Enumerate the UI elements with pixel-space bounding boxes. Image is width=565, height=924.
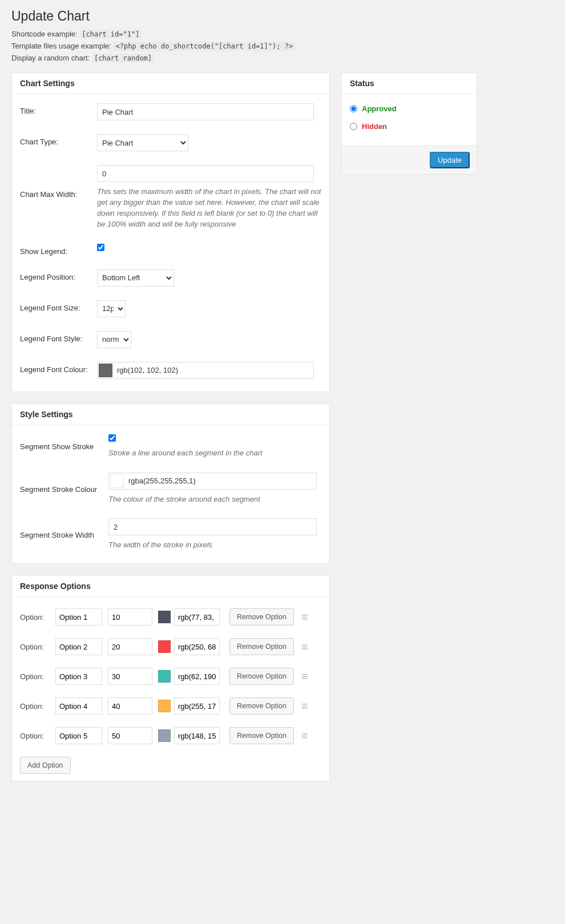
legend-fontcolour-swatch <box>99 364 112 377</box>
option-name-input[interactable] <box>55 697 102 715</box>
legend-position-label: Legend Position: <box>20 269 97 281</box>
segment-stroke-width-label: Segment Stroke Width <box>20 518 108 539</box>
style-settings-panel: Style Settings Segment Show Stroke Strok… <box>11 404 330 564</box>
option-colour-swatch <box>158 729 171 742</box>
segment-show-stroke-label: Segment Show Stroke <box>20 434 108 451</box>
segment-show-stroke-checkbox[interactable] <box>108 434 116 442</box>
option-row: Option:Remove Option≡ <box>20 668 321 685</box>
option-colour-swatch <box>158 700 171 712</box>
shortcode-hint-label: Shortcode example: <box>11 30 79 38</box>
legend-fontcolour-picker[interactable] <box>97 362 314 379</box>
legend-fontsize-select[interactable]: 12px <box>97 300 126 317</box>
drag-handle-icon[interactable]: ≡ <box>300 611 310 624</box>
show-legend-checkbox[interactable] <box>97 244 104 251</box>
remove-option-button[interactable]: Remove Option <box>229 727 294 744</box>
hint-lines: Shortcode example: [chart id="1"] Templa… <box>11 29 554 64</box>
option-value-input[interactable] <box>108 668 152 685</box>
chart-settings-heading: Chart Settings <box>12 73 329 94</box>
legend-fontstyle-label: Legend Font Style: <box>20 331 97 343</box>
option-value-input[interactable] <box>108 608 152 626</box>
option-colour-swatch <box>158 640 171 653</box>
remove-option-button[interactable]: Remove Option <box>229 668 294 685</box>
status-hidden-option[interactable]: Hidden <box>350 122 469 131</box>
option-name-input[interactable] <box>55 608 102 626</box>
status-approved-radio[interactable] <box>350 105 357 112</box>
response-options-panel: Response Options Option:Remove Option≡Op… <box>11 575 330 781</box>
segment-stroke-colour-swatch <box>110 474 124 488</box>
legend-position-select[interactable]: Bottom Left <box>97 269 174 287</box>
option-label: Option: <box>20 702 50 711</box>
option-value-input[interactable] <box>108 727 152 744</box>
legend-fontsize-label: Legend Font Size: <box>20 300 97 312</box>
title-input[interactable] <box>97 103 314 120</box>
template-hint-label: Template files usage example: <box>11 42 113 50</box>
option-row: Option:Remove Option≡ <box>20 697 321 715</box>
segment-show-stroke-help: Stroke a line around each segment in the… <box>108 448 321 459</box>
status-panel: Status Approved Hidden Update <box>341 72 477 175</box>
option-colour-input[interactable] <box>174 697 220 715</box>
segment-stroke-width-input[interactable] <box>108 518 317 535</box>
chart-settings-panel: Chart Settings Title: Chart Type: Pie Ch… <box>11 72 330 392</box>
option-name-input[interactable] <box>55 668 102 685</box>
status-hidden-label: Hidden <box>362 122 387 131</box>
option-name-input[interactable] <box>55 727 102 744</box>
option-value-input[interactable] <box>108 697 152 715</box>
option-colour-swatch <box>158 611 171 623</box>
remove-option-button[interactable]: Remove Option <box>229 608 294 626</box>
status-heading: Status <box>342 73 477 94</box>
update-button[interactable]: Update <box>430 152 470 168</box>
show-legend-label: Show Legend: <box>20 244 97 256</box>
style-settings-heading: Style Settings <box>12 404 329 425</box>
legend-fontcolour-label: Legend Font Colour: <box>20 362 97 374</box>
status-approved-option[interactable]: Approved <box>350 104 469 113</box>
option-label: Option: <box>20 613 50 622</box>
segment-stroke-colour-input[interactable] <box>125 474 316 489</box>
template-hint-code: <?php echo do_shortcode("[chart id=1]");… <box>113 42 295 51</box>
segment-stroke-colour-help: The colour of the stroke around each seg… <box>108 494 321 505</box>
response-options-heading: Response Options <box>12 576 329 597</box>
option-row: Option:Remove Option≡ <box>20 608 321 626</box>
add-option-button[interactable]: Add Option <box>20 757 71 774</box>
drag-handle-icon[interactable]: ≡ <box>300 670 310 683</box>
option-name-input[interactable] <box>55 638 102 655</box>
option-colour-picker[interactable] <box>158 697 224 715</box>
option-row: Option:Remove Option≡ <box>20 727 321 744</box>
chart-type-label: Chart Type: <box>20 134 97 146</box>
option-colour-picker[interactable] <box>158 608 224 626</box>
option-colour-input[interactable] <box>174 668 220 685</box>
option-colour-input[interactable] <box>174 727 220 744</box>
option-colour-input[interactable] <box>174 638 220 655</box>
random-hint-code: [chart random] <box>92 54 154 63</box>
option-row: Option:Remove Option≡ <box>20 638 321 655</box>
option-label: Option: <box>20 732 50 740</box>
max-width-input[interactable] <box>97 165 314 182</box>
remove-option-button[interactable]: Remove Option <box>229 697 294 715</box>
option-colour-picker[interactable] <box>158 638 224 655</box>
max-width-help: This sets the maximum width of the chart… <box>97 187 321 229</box>
segment-stroke-colour-picker[interactable] <box>108 473 317 490</box>
option-value-input[interactable] <box>108 638 152 655</box>
status-hidden-radio[interactable] <box>350 123 357 130</box>
option-label: Option: <box>20 672 50 681</box>
shortcode-hint-code: [chart id="1"] <box>79 30 142 39</box>
legend-fontstyle-select[interactable]: normal <box>97 331 131 348</box>
segment-stroke-colour-label: Segment Stroke Colour <box>20 473 108 494</box>
chart-type-select[interactable]: Pie Chart <box>97 134 188 151</box>
status-approved-label: Approved <box>362 104 397 113</box>
option-label: Option: <box>20 643 50 651</box>
segment-stroke-width-help: The width of the stroke in pixels <box>108 540 321 551</box>
option-colour-input[interactable] <box>174 608 220 626</box>
drag-handle-icon[interactable]: ≡ <box>300 640 310 653</box>
option-colour-picker[interactable] <box>158 727 224 744</box>
option-colour-picker[interactable] <box>158 668 224 685</box>
title-label: Title: <box>20 103 97 115</box>
random-hint-label: Display a random chart: <box>11 54 92 62</box>
remove-option-button[interactable]: Remove Option <box>229 638 294 655</box>
max-width-label: Chart Max Width: <box>20 165 97 199</box>
drag-handle-icon[interactable]: ≡ <box>300 700 310 713</box>
drag-handle-icon[interactable]: ≡ <box>300 729 310 743</box>
page-title: Update Chart <box>11 9 554 24</box>
legend-fontcolour-input[interactable] <box>114 363 313 378</box>
option-colour-swatch <box>158 670 171 683</box>
